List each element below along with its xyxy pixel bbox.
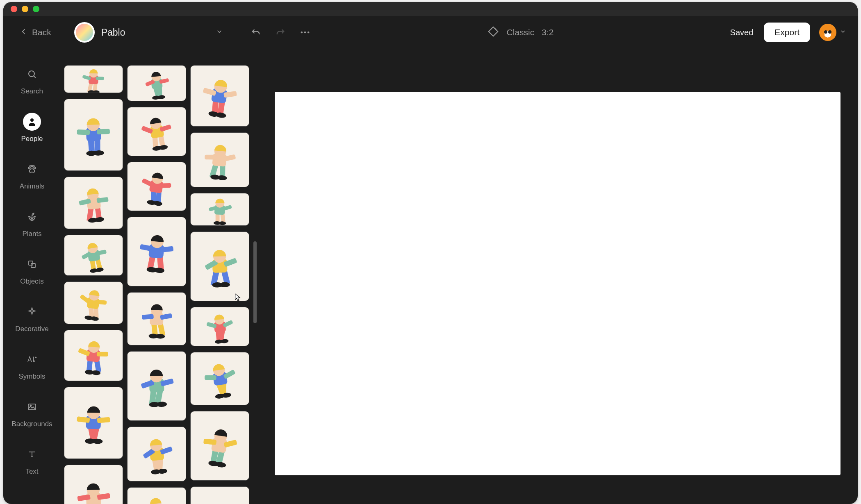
svg-rect-55 [96,300,107,305]
more-menu-button[interactable] [299,27,311,38]
people-icon [23,113,41,131]
document-title: Pablo [101,27,125,38]
illustration-thumb[interactable] [64,282,123,324]
rail-item-symbols[interactable]: Symbols [18,350,45,381]
rail-item-label: Text [25,468,38,476]
plants-icon [23,208,41,226]
illustration-thumb[interactable] [64,387,123,459]
svg-rect-9 [29,261,33,265]
category-rail: SearchPeopleAnimalsPlantsObjectsDecorati… [3,16,61,504]
illustration-thumb[interactable] [127,162,186,211]
export-button[interactable]: Export [764,23,810,42]
rail-item-label: Animals [20,182,44,191]
illustration-panel [61,16,257,504]
aspect-ratio-selector[interactable]: Classic 3:2 [487,25,554,40]
backgrounds-icon [23,398,41,416]
svg-rect-12 [28,404,36,410]
svg-point-2 [307,32,309,34]
svg-rect-126 [142,314,154,320]
illustration-thumb[interactable] [190,307,249,346]
svg-point-3 [29,71,34,77]
illustration-thumb[interactable] [127,351,186,421]
svg-point-6 [34,167,35,169]
illustration-thumb[interactable] [127,107,186,156]
rail-item-label: Objects [20,277,44,286]
animals-icon [23,160,41,178]
svg-rect-64 [97,352,108,356]
illustration-thumb[interactable] [190,352,249,405]
svg-point-5 [28,167,30,169]
rail-item-label: Backgrounds [11,420,52,428]
document-selector[interactable]: Pablo [74,22,125,43]
panel-scrollbar[interactable] [253,241,257,323]
back-label: Back [32,27,51,37]
illustration-thumb[interactable] [190,132,249,187]
traffic-minimize-button[interactable] [22,6,28,12]
ratio-label: Classic [507,27,535,37]
rail-item-label: Symbols [18,372,45,381]
back-button[interactable]: Back [20,27,51,38]
topbar: Back Pablo [3,16,858,49]
text-icon [23,445,41,463]
chevron-down-icon[interactable] [840,28,846,36]
ratio-value: 3:2 [542,27,554,37]
traffic-close-button[interactable] [11,6,17,12]
svg-rect-207 [205,375,216,380]
rail-item-label: Decorative [15,325,48,333]
rail-item-search[interactable]: Search [21,65,43,95]
rail-item-label: People [21,135,43,143]
arrow-left-icon [20,27,28,38]
canvas-area [257,16,858,504]
symbols-icon [23,350,41,368]
svg-rect-19 [96,77,104,80]
document-avatar [74,22,95,43]
svg-point-0 [301,32,303,34]
illustration-thumb[interactable] [190,193,249,226]
illustration-thumb[interactable] [64,235,123,276]
rail-item-decorative[interactable]: Decorative [15,303,48,333]
illustration-thumb[interactable] [64,177,123,229]
undo-button[interactable] [250,27,262,38]
saved-status: Saved [730,28,754,37]
illustration-thumb[interactable] [127,65,186,101]
rail-item-plants[interactable]: Plants [22,208,41,238]
redo-button[interactable] [275,27,286,38]
illustration-thumb[interactable] [190,411,249,481]
illustration-thumb[interactable] [190,232,249,301]
rail-item-label: Search [21,87,43,95]
illustration-thumb[interactable] [127,217,186,286]
rail-item-objects[interactable]: Objects [20,255,44,286]
illustration-thumb[interactable] [64,465,123,504]
export-label: Export [774,27,800,37]
illustration-thumb[interactable] [64,330,123,381]
canvas[interactable] [275,92,840,475]
rail-item-people[interactable]: People [21,113,43,143]
illustration-thumb[interactable] [64,65,123,93]
objects-icon [23,255,41,273]
titlebar [3,2,858,16]
app-window: Back Pablo [3,2,858,504]
illustration-thumb[interactable] [64,99,123,171]
illustration-thumb[interactable] [190,486,249,504]
rotate-icon [487,25,499,40]
svg-rect-10 [31,263,35,268]
svg-rect-109 [160,183,171,188]
rail-item-text[interactable]: Text [23,445,41,476]
rail-item-animals[interactable]: Animals [20,160,44,191]
rail-item-backgrounds[interactable]: Backgrounds [11,398,52,428]
traffic-zoom-button[interactable] [33,6,39,12]
svg-point-1 [304,32,306,34]
chevron-down-icon[interactable] [216,28,226,37]
illustration-thumb[interactable] [127,292,186,345]
user-avatar[interactable] [819,24,836,41]
svg-rect-28 [97,129,110,134]
svg-point-4 [30,118,34,122]
illustration-thumb[interactable] [190,65,249,127]
svg-rect-171 [205,155,216,160]
svg-point-8 [32,165,34,167]
svg-rect-73 [97,417,110,423]
svg-point-13 [30,405,31,406]
illustration-thumb[interactable] [127,427,186,481]
illustration-thumb[interactable] [127,487,186,504]
svg-rect-27 [77,129,90,135]
